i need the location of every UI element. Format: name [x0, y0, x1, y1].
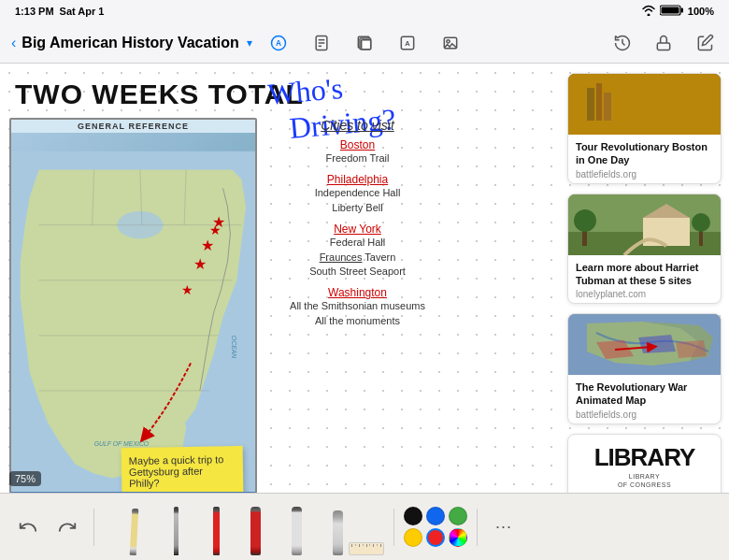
- share-icon[interactable]: [650, 30, 677, 56]
- card-revwar-svg: [568, 314, 722, 375]
- spray-icon: [292, 507, 302, 555]
- card-tubman-image: [568, 194, 721, 255]
- city-newyork: New York Federal HallFraunces TavernSout…: [266, 223, 449, 279]
- card-boston[interactable]: Tour Revolutionary Boston in One Day bat…: [567, 73, 722, 184]
- edit-icon[interactable]: [692, 30, 718, 56]
- svg-rect-29: [594, 91, 598, 121]
- undo-redo-section: [11, 510, 84, 544]
- document-icon[interactable]: [308, 30, 335, 56]
- image-icon[interactable]: [437, 30, 464, 56]
- format-icon[interactable]: A: [265, 30, 292, 56]
- card-tubman-svg: [568, 194, 722, 255]
- title-dropdown-icon[interactable]: ▾: [247, 36, 252, 50]
- city-detail-philadelphia: Independence HallLiberty Bell: [266, 186, 449, 215]
- text-icon[interactable]: A: [394, 30, 421, 56]
- redo-button[interactable]: [50, 510, 84, 544]
- map-container: GENERAL REFERENCE GULF OF MEXICO OCEAN: [9, 118, 257, 493]
- color-yellow[interactable]: [404, 528, 422, 547]
- loc-library-text: LIBRARY: [594, 443, 695, 472]
- more-icon: ···: [495, 517, 512, 537]
- card-boston-text: Tour Revolutionary Boston in One Day bat…: [568, 135, 721, 183]
- svg-rect-30: [602, 94, 606, 121]
- fill-icon: [333, 510, 343, 555]
- more-tools-button[interactable]: ···: [487, 510, 521, 544]
- card-boston-svg: [568, 74, 721, 135]
- city-washington: Washington All the Smithsonian museumsAl…: [266, 286, 449, 328]
- svg-rect-11: [362, 39, 371, 49]
- status-day: Sat Apr 1: [60, 6, 105, 17]
- svg-text:GULF OF MEXICO: GULF OF MEXICO: [94, 440, 150, 447]
- svg-rect-32: [617, 93, 621, 121]
- card-revwar-url: battlefields.org: [576, 409, 713, 420]
- red-pen-button[interactable]: [186, 503, 220, 555]
- city-name-boston[interactable]: Boston: [266, 138, 449, 151]
- card-tubman-text: Learn more about Harriet Tubman at these…: [568, 255, 721, 304]
- color-rainbow[interactable]: [449, 528, 467, 547]
- svg-text:A: A: [276, 38, 281, 48]
- status-bar: 1:13 PM Sat Apr 1 100%: [0, 0, 729, 22]
- marker-icon: [250, 507, 261, 555]
- cities-panel: Cities to visit Boston Freedom Trail Phi…: [266, 118, 449, 336]
- svg-rect-35: [643, 91, 647, 121]
- marker-button[interactable]: [227, 503, 261, 555]
- layers-icon[interactable]: [351, 30, 378, 56]
- pencil-icon: [130, 508, 139, 554]
- svg-rect-50: [699, 230, 703, 246]
- city-boston: Boston Freedom Trail: [266, 138, 449, 165]
- svg-rect-27: [568, 102, 721, 135]
- city-name-philadelphia[interactable]: Philadelphia: [266, 173, 449, 186]
- cards-panel: Tour Revolutionary Boston in One Day bat…: [567, 73, 722, 493]
- svg-text:★: ★: [181, 283, 193, 297]
- card-revwar-text: The Revolutionary War Animated Map battl…: [568, 375, 721, 424]
- svg-rect-40: [592, 83, 593, 94]
- color-black[interactable]: [404, 507, 422, 525]
- svg-rect-46: [643, 218, 690, 246]
- cities-title: Cities to visit: [266, 118, 449, 133]
- map-svg: GULF OF MEXICO OCEAN ★ ★ ★ ★: [11, 150, 255, 493]
- history-icon[interactable]: [609, 30, 636, 56]
- document-title[interactable]: Big American History Vacation: [21, 35, 238, 51]
- bottom-toolbar: ···: [0, 493, 729, 560]
- loc-sub-text: LIBRARYOF CONGRESS: [618, 472, 671, 489]
- svg-rect-43: [631, 81, 638, 87]
- card-tubman[interactable]: Learn more about Harriet Tubman at these…: [567, 194, 722, 305]
- map-body: GULF OF MEXICO OCEAN ★ ★ ★ ★: [11, 133, 255, 493]
- svg-rect-34: [634, 93, 637, 121]
- toolbar-separator-1: [93, 509, 94, 546]
- svg-rect-2: [661, 7, 679, 14]
- ruler-button[interactable]: [350, 503, 384, 555]
- red-pen-icon: [213, 507, 220, 555]
- thin-pen-button[interactable]: [145, 503, 179, 555]
- city-name-newyork[interactable]: New York: [266, 223, 449, 236]
- svg-point-15: [447, 39, 450, 42]
- undo-button[interactable]: [11, 510, 45, 544]
- color-palette: [404, 507, 467, 547]
- sticky-note: Maybe a quick trip to Gettysburg after P…: [122, 446, 244, 493]
- svg-rect-28: [587, 93, 591, 121]
- card-loc[interactable]: LIBRARY LIBRARYOF CONGRESS: [567, 434, 722, 493]
- svg-text:★: ★: [193, 256, 207, 272]
- color-red[interactable]: [426, 528, 445, 547]
- main-canvas: TWO WEEKS TOTAL Who's Driving? GENERAL R…: [0, 64, 729, 493]
- svg-rect-38: [667, 91, 670, 121]
- city-name-washington[interactable]: Washington: [266, 286, 449, 299]
- card-revwar-title: The Revolutionary War Animated Map: [576, 381, 713, 408]
- svg-rect-33: [624, 90, 628, 121]
- card-boston-image: [568, 74, 721, 135]
- spray-button[interactable]: [268, 503, 302, 555]
- color-green[interactable]: [449, 507, 467, 525]
- fill-button[interactable]: [309, 503, 343, 555]
- card-tubman-url: lonelyplanet.com: [576, 289, 713, 299]
- svg-rect-31: [609, 92, 613, 121]
- back-button[interactable]: ‹: [11, 35, 16, 51]
- color-row-bottom: [404, 528, 467, 547]
- wifi-icon: [641, 5, 656, 18]
- battery-percent: 100%: [688, 6, 714, 17]
- drawing-tools-section: [104, 499, 384, 555]
- pencil-tool-button[interactable]: [104, 503, 137, 555]
- svg-text:OCEAN: OCEAN: [231, 336, 237, 358]
- card-revwar[interactable]: The Revolutionary War Animated Map battl…: [567, 313, 722, 424]
- svg-rect-39: [675, 93, 678, 121]
- color-blue[interactable]: [426, 507, 445, 525]
- toolbar-separator-3: [477, 509, 478, 546]
